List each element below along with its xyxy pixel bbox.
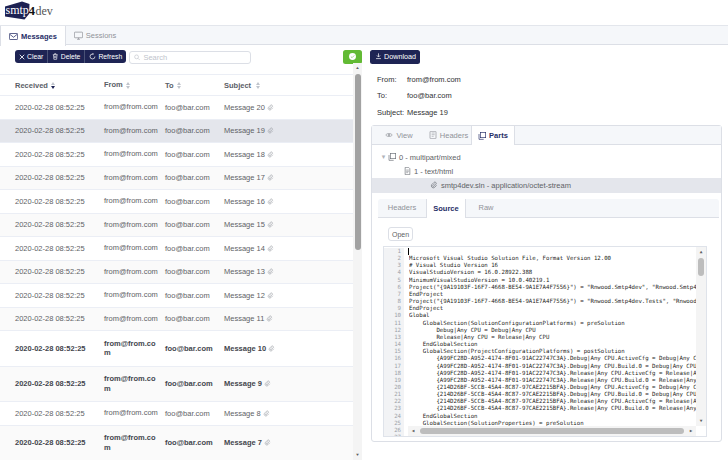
cell-received: 2020-02-28 08:52:25 bbox=[0, 438, 104, 447]
paperclip-icon bbox=[264, 380, 271, 387]
cell-to: foo@bar.com bbox=[165, 197, 224, 206]
cell-to: foo@bar.com bbox=[165, 244, 224, 253]
column-label-to: To bbox=[165, 81, 174, 90]
tree-caret-icon[interactable]: ▾ bbox=[379, 153, 388, 161]
subject-text: Message 19 bbox=[224, 126, 265, 135]
to-label: To: bbox=[377, 91, 407, 100]
message-row[interactable]: 2020-02-28 08:52:25 from@from.com foo@ba… bbox=[0, 143, 353, 167]
subject-text: Message 17 bbox=[224, 173, 265, 182]
cell-from: from@from.com bbox=[104, 149, 165, 159]
cell-subject: Message 13 bbox=[224, 267, 353, 276]
message-row[interactable]: 2020-02-28 08:52:25 from@from.com foo@ba… bbox=[0, 190, 353, 214]
part-tree-node[interactable]: ▾ 0 - multipart/mixed bbox=[372, 150, 721, 164]
cell-to: foo@bar.com bbox=[165, 291, 224, 300]
column-header-subject[interactable]: Subject bbox=[224, 81, 353, 90]
part-tree-node[interactable]: 1 - text/html bbox=[372, 164, 721, 178]
cell-to: foo@bar.com bbox=[165, 103, 224, 112]
source-tab-bar: Headers Source Raw bbox=[378, 199, 719, 218]
tab-headers[interactable]: Headers bbox=[426, 126, 471, 144]
sort-carets-subject bbox=[256, 82, 260, 89]
message-row[interactable]: 2020-02-28 08:52:25 from@from.com foo@ba… bbox=[0, 402, 353, 426]
source-code-editor[interactable]: 1234567891011121314151617181920212223242… bbox=[383, 246, 707, 437]
connection-status-button[interactable] bbox=[343, 50, 362, 64]
tab-sessions[interactable]: Sessions bbox=[66, 26, 125, 44]
clear-button[interactable]: Clear bbox=[15, 50, 47, 63]
cell-subject: Message 20 bbox=[224, 103, 353, 112]
messages-scrollbar[interactable]: ▲ ▼ bbox=[353, 63, 362, 460]
eye-icon bbox=[385, 131, 393, 139]
editor-scroll-right-icon[interactable]: ▶ bbox=[686, 426, 696, 436]
editor-scroll-up-icon[interactable]: ▲ bbox=[696, 247, 706, 257]
tab-part-source[interactable]: Source bbox=[426, 199, 466, 218]
subject-text: Message 14 bbox=[224, 244, 265, 253]
cell-subject: Message 15 bbox=[224, 220, 353, 229]
cell-from: from@from.com bbox=[104, 374, 165, 394]
refresh-button[interactable]: Refresh bbox=[84, 50, 126, 63]
editor-code: Microsoft Visual Studio Solution File, F… bbox=[409, 248, 696, 437]
cell-subject: Message 9 bbox=[224, 379, 353, 388]
open-button[interactable]: Open bbox=[388, 227, 413, 241]
cell-subject: Message 19 bbox=[224, 126, 353, 135]
paperclip-icon bbox=[266, 315, 273, 322]
cell-subject: Message 17 bbox=[224, 173, 353, 182]
column-header-from[interactable]: From bbox=[104, 80, 165, 90]
editor-scroll-left-icon[interactable]: ◀ bbox=[408, 426, 418, 436]
message-row[interactable]: 2020-02-28 08:52:25 from@from.com foo@ba… bbox=[0, 214, 353, 238]
tab-headers-label: Headers bbox=[440, 131, 468, 140]
tab-view[interactable]: View bbox=[372, 126, 426, 144]
cell-received: 2020-02-28 08:52:25 bbox=[0, 267, 104, 276]
scroll-up-icon[interactable]: ▲ bbox=[353, 63, 362, 73]
cell-received: 2020-02-28 08:52:25 bbox=[0, 197, 104, 206]
column-label-received: Received bbox=[15, 81, 48, 90]
message-row[interactable]: 2020-02-28 08:52:25 from@from.com foo@ba… bbox=[0, 261, 353, 285]
document-icon bbox=[404, 167, 411, 175]
paperclip-icon bbox=[263, 410, 270, 417]
paperclip-icon bbox=[267, 245, 274, 252]
message-row[interactable]: 2020-02-28 08:52:25 from@from.com foo@ba… bbox=[0, 96, 353, 120]
paperclip-icon bbox=[267, 127, 274, 134]
tree-node-label: 1 - text/html bbox=[414, 167, 453, 176]
cell-from: from@from.com bbox=[104, 243, 165, 253]
message-row[interactable]: 2020-02-28 08:52:25 from@from.com foo@ba… bbox=[0, 426, 353, 460]
tab-part-headers[interactable]: Headers bbox=[378, 199, 426, 217]
editor-vertical-scrollbar[interactable]: ▲ ▼ bbox=[696, 247, 706, 426]
cell-received: 2020-02-28 08:52:25 bbox=[0, 150, 104, 159]
tab-part-source-label: Source bbox=[433, 204, 458, 213]
tab-part-headers-label: Headers bbox=[388, 203, 416, 212]
paperclip-icon bbox=[267, 221, 274, 228]
message-row[interactable]: 2020-02-28 08:52:25 from@from.com foo@ba… bbox=[0, 167, 353, 191]
message-row[interactable]: 2020-02-28 08:52:25 from@from.com foo@ba… bbox=[0, 284, 353, 308]
parts-tree: ▾ 0 - multipart/mixed 1 - text/html smtp… bbox=[372, 150, 721, 193]
tab-messages[interactable]: Messages bbox=[0, 26, 66, 46]
column-header-to[interactable]: To bbox=[165, 81, 224, 90]
message-row[interactable]: 2020-02-28 08:52:25 from@from.com foo@ba… bbox=[0, 331, 353, 367]
tab-part-raw[interactable]: Raw bbox=[466, 199, 506, 217]
message-row[interactable]: 2020-02-28 08:52:25 from@from.com foo@ba… bbox=[0, 120, 353, 144]
tab-parts[interactable]: Parts bbox=[471, 126, 515, 145]
cell-received: 2020-02-28 08:52:25 bbox=[0, 409, 104, 418]
tab-view-label: View bbox=[396, 131, 412, 140]
part-tree-node[interactable]: smtp4dev.sln - application/octet-stream bbox=[372, 178, 721, 192]
sort-carets-from bbox=[126, 82, 130, 89]
subject-text: Message 20 bbox=[224, 103, 265, 112]
open-button-label: Open bbox=[392, 231, 409, 238]
cell-received: 2020-02-28 08:52:25 bbox=[0, 344, 104, 353]
editor-scroll-down-icon[interactable]: ▼ bbox=[696, 416, 706, 426]
messages-scrollbar-thumb[interactable] bbox=[355, 74, 361, 250]
delete-button[interactable]: Delete bbox=[47, 50, 84, 63]
messages-table-header: Received From To Subject bbox=[0, 74, 353, 96]
column-header-received[interactable]: Received bbox=[0, 81, 104, 90]
message-row[interactable]: 2020-02-28 08:52:25 from@from.com foo@ba… bbox=[0, 308, 353, 332]
editor-hscrollbar-thumb[interactable] bbox=[420, 428, 684, 434]
cell-to: foo@bar.com bbox=[165, 379, 224, 388]
search-input[interactable] bbox=[143, 53, 246, 62]
scroll-down-icon[interactable]: ▼ bbox=[353, 450, 362, 460]
editor-horizontal-scrollbar[interactable]: ◀ ▶ bbox=[408, 426, 696, 436]
message-row[interactable]: 2020-02-28 08:52:25 from@from.com foo@ba… bbox=[0, 237, 353, 261]
cell-from: from@from.com bbox=[104, 408, 165, 418]
message-row[interactable]: 2020-02-28 08:52:25 from@from.com foo@ba… bbox=[0, 367, 353, 403]
editor-vscrollbar-thumb[interactable] bbox=[698, 258, 704, 276]
tree-node-label: 0 - multipart/mixed bbox=[399, 153, 461, 162]
sort-carets-to bbox=[177, 82, 181, 89]
download-button[interactable]: Download bbox=[370, 50, 420, 64]
